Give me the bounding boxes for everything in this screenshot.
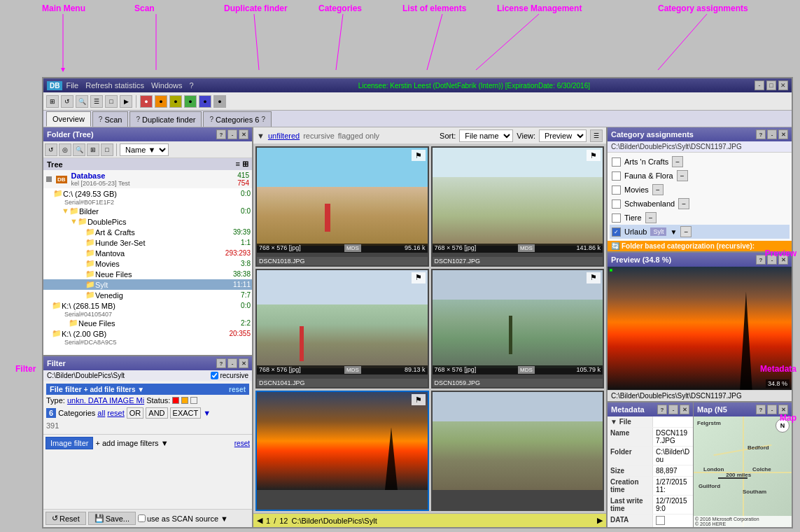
menu-windows[interactable]: Windows bbox=[151, 81, 183, 90]
tab-scan[interactable]: ? Scan bbox=[92, 111, 129, 127]
cat-check-tiere[interactable] bbox=[612, 214, 621, 223]
cat-check-fauna[interactable] bbox=[612, 172, 621, 181]
tab-overview[interactable]: Overview bbox=[46, 111, 91, 127]
cat-minus-tiere[interactable]: − bbox=[645, 212, 657, 223]
cat-minus-movies[interactable]: − bbox=[652, 184, 664, 195]
tree-icon1[interactable]: ≡ bbox=[236, 160, 240, 169]
cat-close-btn[interactable]: ✕ bbox=[778, 130, 788, 139]
toolbar-icon-6[interactable]: ▶ bbox=[120, 95, 132, 108]
tree-item-movies[interactable]: 📁 Movies 3:8 bbox=[43, 258, 252, 269]
toolbar-icon-12[interactable]: ● bbox=[213, 95, 226, 108]
toolbar-icon-7[interactable]: ● bbox=[140, 95, 153, 108]
filter-close-btn[interactable]: ✕ bbox=[239, 358, 248, 368]
meta-data-checkbox[interactable] bbox=[656, 516, 665, 525]
tree-item-bilder[interactable]: ▼📁 Bilder 0:0 bbox=[43, 206, 252, 216]
categories-reset-link[interactable]: reset bbox=[107, 409, 124, 417]
folder-min-btn[interactable]: - bbox=[227, 130, 237, 139]
scan-source-dropdown[interactable]: ▼ bbox=[220, 514, 228, 523]
filter-reset-link[interactable]: reset bbox=[229, 386, 246, 393]
tree-item-doublepics[interactable]: ▼📁 DoublePics bbox=[43, 216, 252, 227]
tree-item-venedig[interactable]: 📁 Venedig 7:7 bbox=[43, 290, 252, 300]
toolbar-icon-9[interactable]: ● bbox=[169, 95, 182, 108]
folder-grid-icon[interactable]: ⊞ bbox=[87, 144, 99, 156]
folder-help-btn[interactable]: ? bbox=[216, 130, 226, 139]
image-cell-1[interactable]: ⚑ 768 × 576 [jpg] MDS 95.16 k DSCN1018.J… bbox=[255, 146, 429, 267]
and-btn[interactable]: AND bbox=[146, 407, 167, 419]
image-cell-5[interactable]: ⚑ bbox=[255, 391, 429, 511]
cat-check-schwaben[interactable] bbox=[612, 200, 621, 209]
tree-item-hunde[interactable]: 📁 Hunde 3er-Set 1:1 bbox=[43, 237, 252, 248]
sort-select[interactable]: File name bbox=[459, 130, 513, 142]
scan-source-checkbox[interactable] bbox=[138, 514, 146, 522]
folder-search-icon[interactable]: 🔍 bbox=[73, 144, 85, 156]
toolbar-icon-3[interactable]: 🔍 bbox=[76, 95, 88, 108]
meta-min-btn[interactable]: - bbox=[668, 405, 678, 414]
image-cell-3[interactable]: ⚑ 768 × 576 [jpg] MDS 89.13 k DSCN1041.J… bbox=[255, 269, 429, 389]
tree-item-k2[interactable]: 📁 K:\ (2.00 GB) 20:355 bbox=[43, 328, 252, 339]
filter-min-btn[interactable]: - bbox=[227, 358, 237, 368]
image-filter-btn[interactable]: Image filter bbox=[45, 437, 93, 449]
recursive-checkbox[interactable] bbox=[211, 372, 218, 379]
status-yellow-dot[interactable] bbox=[181, 397, 188, 404]
exact-dropdown[interactable]: ▼ bbox=[203, 409, 211, 417]
menu-help[interactable]: ? bbox=[190, 81, 194, 90]
view-list-icon[interactable]: ☰ bbox=[590, 130, 603, 142]
cat-check-arts[interactable] bbox=[612, 158, 621, 167]
unfiltered-label[interactable]: unfiltered bbox=[268, 132, 300, 140]
folder-tree-area[interactable]: Tree ≡ ⊞ DB Database kel [2016-05-23] Te… bbox=[43, 158, 252, 355]
cat-check-urlaub[interactable]: ✓ bbox=[612, 227, 621, 237]
cat-min-btn[interactable]: - bbox=[767, 130, 777, 139]
tab-categories[interactable]: ? Categories 6 ? bbox=[203, 111, 272, 127]
folder-frame-icon[interactable]: □ bbox=[101, 144, 113, 156]
image-filter-reset[interactable]: reset bbox=[234, 440, 250, 447]
folder-name-select[interactable]: Name ▼ bbox=[120, 144, 169, 156]
toolbar-icon-1[interactable]: ⊞ bbox=[46, 95, 59, 108]
image-nav-prev[interactable]: ◀ bbox=[257, 516, 262, 525]
toolbar-icon-5[interactable]: □ bbox=[105, 95, 118, 108]
cat-minus-arts[interactable]: − bbox=[672, 156, 683, 167]
tree-item-artcrafts[interactable]: 📁 Art & Crafts 39:39 bbox=[43, 227, 252, 237]
cat-minus-fauna[interactable]: − bbox=[677, 170, 688, 181]
type-value[interactable]: unkn. DATA IMAGE Mi bbox=[67, 396, 144, 405]
cat-minus-schwaben[interactable]: − bbox=[678, 198, 689, 209]
folder-spiral-icon[interactable]: ◎ bbox=[59, 144, 71, 156]
image-cell-4[interactable]: ⚑ 768 × 576 [jpg] MDS 105.79 k DSCN1059.… bbox=[431, 269, 605, 389]
tree-item-database[interactable]: DB Database kel [2016-05-23] Test 415 75… bbox=[43, 170, 252, 188]
toolbar-icon-4[interactable]: ☰ bbox=[90, 95, 103, 108]
image-cell-2[interactable]: ⚑ 768 × 576 [jpg] MDS 141.86 k DSCN1027.… bbox=[431, 146, 605, 267]
toolbar-icon-10[interactable]: ● bbox=[184, 95, 197, 108]
tree-item-neue[interactable]: 📁 Neue Files 38:38 bbox=[43, 269, 252, 279]
toolbar-icon-11[interactable]: ● bbox=[199, 95, 211, 108]
view-select[interactable]: Preview bbox=[539, 130, 587, 142]
status-empty-dot[interactable] bbox=[190, 397, 197, 404]
image-status-end[interactable]: ▶ bbox=[597, 516, 603, 525]
meta-help-btn[interactable]: ? bbox=[657, 405, 667, 414]
cat-minus-urlaub[interactable]: − bbox=[680, 226, 692, 237]
menu-file[interactable]: File bbox=[66, 81, 78, 90]
image-cell-6[interactable] bbox=[431, 391, 605, 511]
add-image-filters-btn[interactable]: + add image filters ▼ bbox=[95, 439, 168, 447]
maximize-button[interactable]: □ bbox=[766, 80, 776, 90]
or-btn[interactable]: OR bbox=[127, 407, 144, 419]
map-area[interactable]: Felgrstm Bedford London Guilford Colche … bbox=[694, 416, 792, 527]
close-button[interactable]: ✕ bbox=[778, 80, 788, 90]
tree-item-mantova[interactable]: 📁 Mantova 293:293 bbox=[43, 248, 252, 258]
menu-refresh[interactable]: Refresh statistics bbox=[85, 81, 144, 90]
map-min-btn[interactable]: - bbox=[767, 405, 777, 414]
add-file-filters-btn[interactable]: + add file filters ▼ bbox=[84, 386, 144, 393]
save-button[interactable]: 💾 Save... bbox=[88, 512, 136, 525]
status-red-dot[interactable] bbox=[172, 397, 179, 404]
tab-duplicate[interactable]: ? Duplicate finder bbox=[129, 111, 202, 127]
minimize-button[interactable]: - bbox=[755, 80, 764, 90]
tree-item-k1[interactable]: 📁 K:\ (268.15 MB) 0:0 bbox=[43, 300, 252, 311]
tree-icon2[interactable]: ⊞ bbox=[242, 160, 248, 169]
toolbar-icon-8[interactable]: ● bbox=[155, 95, 167, 108]
tree-item-c-drive[interactable]: 📁 C:\ (249.53 GB) 0:0 bbox=[43, 188, 252, 199]
cat-sylt-dropdown[interactable]: ▼ bbox=[670, 228, 677, 236]
map-help-btn[interactable]: ? bbox=[756, 405, 766, 414]
folder-close-btn[interactable]: ✕ bbox=[239, 130, 248, 139]
filter-help-btn[interactable]: ? bbox=[216, 358, 226, 368]
exact-btn[interactable]: EXACT bbox=[170, 407, 202, 419]
tree-item-sylt[interactable]: 📁 Sylt 11:11 bbox=[43, 279, 252, 290]
reset-button[interactable]: ↺ Reset bbox=[45, 512, 86, 525]
